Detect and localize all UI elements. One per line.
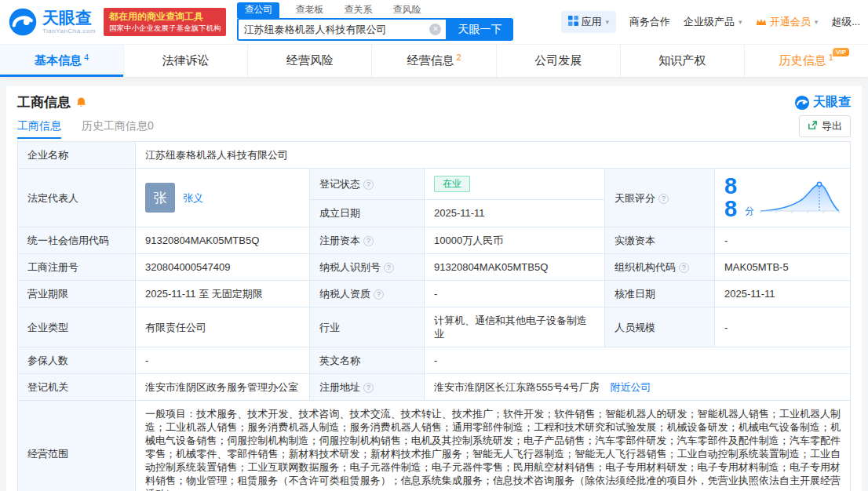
tab-intellectual-property-label: 知识产权	[658, 53, 706, 68]
score-unit: 分	[745, 205, 754, 220]
info-icon[interactable]: ?	[363, 180, 374, 190]
field-paid-capital-value: -	[715, 227, 851, 254]
apps-grid-icon	[568, 16, 578, 28]
tab-business-info-count: 2	[456, 53, 461, 62]
tianyancha-logo[interactable]: 天眼查 TianYanCha.com	[8, 7, 96, 37]
tab-company-development-label: 公司发展	[534, 53, 582, 68]
top-header: 天眼查 TianYanCha.com 都在用的商业查询工具 国家中小企业发展子基…	[0, 0, 868, 44]
info-icon[interactable]: ?	[363, 383, 374, 393]
chevron-down-icon: ▾	[815, 18, 819, 26]
table-row: 经营范围 一般项目：技术服务、技术开发、技术咨询、技术交流、技术转让、技术推广；…	[18, 401, 851, 491]
search-input[interactable]	[243, 24, 429, 35]
table-row: 统一社会信用代码 91320804MAK05MTB5Q 注册资本? 10000万…	[18, 227, 851, 254]
table-row: 参保人数 - 英文名称 -	[18, 347, 851, 374]
search-tab-company[interactable]: 查公司	[237, 2, 279, 18]
tab-legal-proceedings-label: 法律诉讼	[162, 53, 210, 68]
menu-super[interactable]: 超级...	[831, 15, 860, 29]
field-business-term-value: 2025-11-11 至 无固定期限	[136, 281, 310, 307]
field-reg-authority-label: 登记机关	[18, 374, 136, 401]
field-taxpayer-id-value: 91320804MAK05MTB5Q	[425, 254, 605, 281]
field-company-name-label: 企业名称	[18, 142, 136, 169]
clear-icon[interactable]: ✕	[429, 24, 441, 35]
table-row: 营业期限 2025-11-11 至 无固定期限 纳税人资质? - 核准日期 20…	[18, 281, 851, 307]
tab-business-risk[interactable]: 经营风险	[248, 45, 372, 77]
legal-rep-link[interactable]: 张义	[183, 191, 203, 205]
field-reg-capital-label: 注册资本?	[310, 227, 425, 254]
chevron-down-icon: ▾	[606, 18, 610, 26]
field-company-name-value: 江苏纽泰格机器人科技有限公司	[136, 142, 851, 169]
tab-legal-proceedings[interactable]: 法律诉讼	[124, 45, 248, 77]
field-org-code-value: MAK05MTB-5	[715, 254, 851, 281]
slogan-line1: 都在用的商业查询工具	[109, 11, 221, 24]
field-reg-status-label: 登记状态?	[310, 169, 425, 200]
table-row: 法定代表人 张 张义 登记状态? 在业 天眼评分?	[18, 169, 851, 200]
slogan-line2: 国家中小企业发展子基金旗下机构	[109, 24, 221, 33]
business-info-card: 工商信息 天眼查 工商信息 历史工商信息0 导出	[6, 86, 862, 491]
table-row: 工商注册号 320804000547409 纳税人识别号? 91320804MA…	[18, 254, 851, 281]
watermark-logo: 天眼查	[794, 94, 851, 111]
menu-business-cooperation[interactable]: 商务合作	[629, 15, 670, 29]
field-reg-status-value: 在业	[425, 169, 605, 200]
menu-apps[interactable]: 应用 ▾	[561, 11, 617, 33]
tab-history-info[interactable]: VIP 历史信息 1	[745, 45, 868, 77]
info-icon[interactable]: ?	[679, 263, 689, 273]
tab-history-info-label: 历史信息	[779, 53, 826, 68]
field-credit-code-value: 91320804MAK05MTB5Q	[136, 227, 310, 254]
tab-basic-info[interactable]: 基本信息 4	[0, 45, 124, 77]
field-business-term-label: 营业期限	[18, 281, 136, 307]
field-credit-code-label: 统一社会信用代码	[18, 227, 136, 254]
field-staff-size-value: -	[715, 307, 851, 347]
field-reg-address-value: 淮安市淮阴区长江东路555号4号厂房 附近公司	[425, 374, 851, 401]
search-tab-risk[interactable]: 查风险	[388, 2, 425, 18]
table-row: 登记机关 淮安市淮阴区政务服务管理办公室 注册地址? 淮安市淮阴区长江东路555…	[18, 374, 851, 401]
export-button[interactable]: 导出	[799, 115, 851, 137]
score-chart	[759, 178, 841, 217]
nearby-companies-link[interactable]: 附近公司	[611, 381, 651, 393]
field-english-name-value: -	[425, 347, 851, 374]
field-staff-size-label: 人员规模	[605, 307, 715, 347]
tab-intellectual-property[interactable]: 知识产权	[621, 45, 745, 77]
menu-super-label: 超级...	[831, 15, 860, 29]
search-tab-relation[interactable]: 查关系	[339, 2, 377, 18]
field-paid-capital-label: 实缴资本	[605, 227, 715, 254]
menu-enterprise-products[interactable]: 企业级产品 ▾	[684, 15, 742, 29]
logo-subtitle: TianYanCha.com	[42, 27, 96, 35]
field-taxpayer-id-label: 纳税人识别号?	[310, 254, 425, 281]
field-industry-label: 行业	[310, 307, 425, 347]
info-icon[interactable]: ?	[363, 236, 374, 246]
tab-business-risk-label: 经营风险	[286, 53, 334, 68]
menu-open-vip-label: 开通会员	[770, 15, 811, 29]
page: 天眼查 TianYanCha.com 都在用的商业查询工具 国家中小企业发展子基…	[0, 0, 868, 491]
field-org-code-label: 组织机构代码?	[605, 254, 715, 281]
tab-business-info[interactable]: 经营信息 2	[372, 45, 496, 77]
table-row: 企业名称 江苏纽泰格机器人科技有限公司	[18, 142, 851, 169]
info-icon[interactable]: ?	[374, 289, 384, 300]
field-establish-date-label: 成立日期	[310, 199, 425, 227]
search-tab-boss[interactable]: 查老板	[290, 2, 328, 18]
info-icon[interactable]: ?	[658, 194, 669, 204]
chevron-down-icon: ▾	[739, 18, 742, 26]
subtab-history-business-info[interactable]: 历史工商信息0	[82, 114, 154, 139]
field-insured-count-value: -	[136, 347, 310, 374]
info-icon[interactable]: ?	[384, 263, 394, 273]
field-business-scope-label: 经营范围	[18, 401, 136, 491]
field-reg-address-label: 注册地址?	[310, 374, 425, 401]
menu-open-vip[interactable]: 开通会员 ▾	[756, 15, 819, 29]
field-company-type-value: 有限责任公司	[136, 307, 310, 347]
bell-icon[interactable]	[75, 96, 87, 108]
field-reg-number-label: 工商注册号	[18, 254, 136, 281]
tianyancha-logo-icon	[8, 7, 38, 37]
subtab-business-info[interactable]: 工商信息	[17, 114, 61, 139]
field-business-scope-value: 一般项目：技术服务、技术开发、技术咨询、技术交流、技术转让、技术推广；软件开发；…	[136, 401, 851, 491]
watermark-logo-text: 天眼查	[813, 94, 851, 111]
field-insured-count-label: 参保人数	[18, 347, 136, 374]
field-legal-rep-label: 法定代表人	[18, 169, 136, 227]
search-area: 查公司 查老板 查关系 查风险 ✕ 天眼一下	[237, 3, 513, 41]
avatar[interactable]: 张	[145, 183, 175, 213]
search-button[interactable]: 天眼一下	[446, 18, 513, 41]
score-number: 88	[724, 175, 742, 220]
crown-icon	[756, 16, 767, 28]
search-input-wrap: ✕	[237, 18, 446, 41]
field-score-value: 88 分	[715, 169, 851, 227]
tab-company-development[interactable]: 公司发展	[497, 45, 621, 77]
